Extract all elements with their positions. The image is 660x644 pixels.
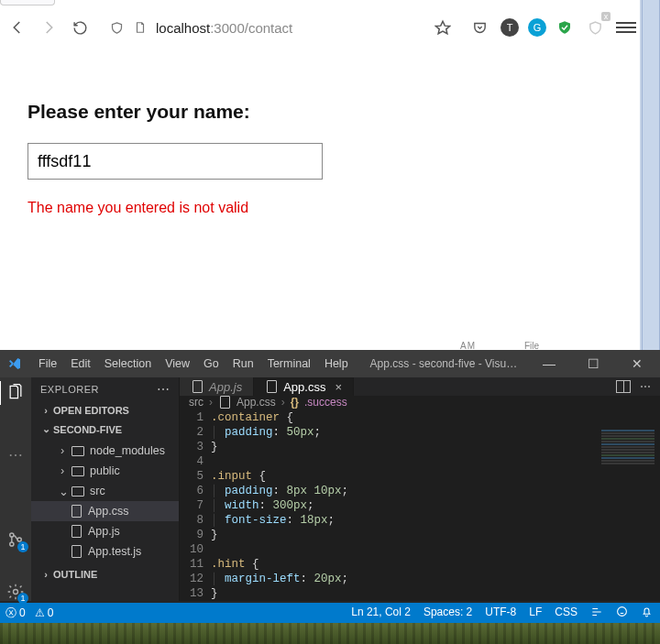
editor-area: App.js App.css× ⋯ src› App.css› {}.succe… xyxy=(180,377,660,601)
menu-go[interactable]: Go xyxy=(204,357,219,370)
status-warnings[interactable]: ⚠ 0 xyxy=(35,606,54,621)
toolbar-actions: T G xyxy=(468,16,636,39)
menu-edit[interactable]: Edit xyxy=(71,357,91,370)
folder-icon xyxy=(72,485,84,497)
tab-app-css[interactable]: App.css× xyxy=(254,377,354,396)
tree-src[interactable]: ⌄src xyxy=(31,481,179,501)
svg-point-2 xyxy=(10,542,14,546)
desktop-strip xyxy=(642,0,660,350)
url-bar[interactable]: localhost:3000/contact xyxy=(99,13,424,42)
status-bell-icon[interactable] xyxy=(641,606,653,621)
status-errors[interactable]: ⓧ 0 xyxy=(6,606,26,621)
code-content: .container { │ padding: 50px; } .input {… xyxy=(211,409,348,601)
vscode-titlebar: File Edit Selection View Go Run Terminal… xyxy=(0,350,660,377)
file-icon xyxy=(191,380,204,393)
close-window-button[interactable]: ✕ xyxy=(622,350,653,377)
desktop-background xyxy=(0,623,660,644)
pocket-button[interactable] xyxy=(468,16,491,39)
outline-section[interactable]: ›OUTLINE xyxy=(31,565,179,584)
vscode-window: File Edit Selection View Go Run Terminal… xyxy=(0,350,660,625)
back-button[interactable] xyxy=(6,16,29,39)
menu-bar: File Edit Selection View Go Run Terminal… xyxy=(35,357,348,370)
svg-point-4 xyxy=(14,589,18,594)
extension-g-icon[interactable]: G xyxy=(528,18,546,37)
status-prettier-icon[interactable] xyxy=(590,606,603,621)
code-editor[interactable]: 12345678910111213 .container { │ padding… xyxy=(180,409,660,601)
explorer-sidebar: EXPLORER ⋯ ›OPEN EDITORS ⌄SECOND-FIVE ›n… xyxy=(31,377,180,601)
maximize-button[interactable]: ☐ xyxy=(578,350,609,377)
menu-terminal[interactable]: Terminal xyxy=(268,357,311,370)
explorer-more-icon[interactable]: ⋯ xyxy=(157,382,170,397)
open-editors-section[interactable]: ›OPEN EDITORS xyxy=(31,401,179,420)
tree-public[interactable]: ›public xyxy=(31,461,179,481)
vscode-logo-icon xyxy=(7,356,22,371)
menu-view[interactable]: View xyxy=(165,357,190,370)
folder-icon xyxy=(72,444,84,457)
forward-button[interactable] xyxy=(37,16,60,39)
file-icon xyxy=(70,545,82,558)
extension-disabled-icon[interactable] xyxy=(583,16,607,39)
file-icon xyxy=(265,380,278,393)
status-bar: ⓧ 0 ⚠ 0 Ln 21, Col 2 Spaces: 2 UTF-8 LF … xyxy=(0,603,660,623)
file-icon xyxy=(70,525,82,538)
ellipsis-icon[interactable]: ⋯ xyxy=(6,446,26,465)
status-feedback-icon[interactable] xyxy=(616,606,628,621)
split-editor-icon[interactable] xyxy=(616,380,631,393)
browser-tab[interactable] xyxy=(0,0,55,5)
status-cursor[interactable]: Ln 21, Col 2 xyxy=(351,606,411,621)
status-encoding[interactable]: UTF-8 xyxy=(485,606,516,621)
line-gutter: 12345678910111213 xyxy=(180,409,211,601)
folder-icon xyxy=(72,464,84,477)
page-content: Please enter your name: The name you ent… xyxy=(28,101,612,216)
menu-file[interactable]: File xyxy=(38,357,57,370)
shield-icon xyxy=(108,21,125,35)
minimize-button[interactable]: ― xyxy=(534,350,565,377)
validation-error: The name you entered is not valid xyxy=(28,200,612,216)
svg-point-1 xyxy=(10,533,14,537)
explorer-icon[interactable] xyxy=(6,383,26,402)
url-text: localhost:3000/contact xyxy=(156,20,292,36)
css-rule-icon: {} xyxy=(291,396,299,409)
extension-t-icon[interactable]: T xyxy=(500,18,519,37)
project-section[interactable]: ⌄SECOND-FIVE xyxy=(31,420,179,439)
close-tab-icon[interactable]: × xyxy=(335,380,342,394)
breadcrumbs[interactable]: src› App.css› {}.success xyxy=(180,396,660,409)
file-icon xyxy=(218,396,231,409)
file-icon xyxy=(70,505,82,518)
tree-app-css[interactable]: App.css xyxy=(31,501,179,521)
window-title: App.css - second-five - Visual Studio ..… xyxy=(361,357,521,370)
status-spaces[interactable]: Spaces: 2 xyxy=(424,606,472,621)
more-actions-icon[interactable]: ⋯ xyxy=(640,380,651,393)
settings-gear-icon[interactable]: 1 xyxy=(6,583,26,602)
menu-selection[interactable]: Selection xyxy=(104,357,151,370)
status-eol[interactable]: LF xyxy=(529,606,542,621)
form-heading: Please enter your name: xyxy=(28,101,612,123)
menu-run[interactable]: Run xyxy=(233,357,254,370)
extension-shield-icon[interactable] xyxy=(556,18,574,37)
menu-button[interactable] xyxy=(616,22,636,33)
menu-help[interactable]: Help xyxy=(324,357,348,370)
source-control-icon[interactable]: 1 xyxy=(6,530,26,550)
bookmark-button[interactable] xyxy=(431,16,455,39)
activity-bar: ⋯ 1 1 xyxy=(0,377,31,601)
browser-window: localhost:3000/contact T G Please enter … xyxy=(0,0,642,350)
tree-node-modules[interactable]: ›node_modules xyxy=(31,441,179,461)
minimap[interactable] xyxy=(596,429,660,601)
tree-app-test-js[interactable]: App.test.js xyxy=(31,541,179,562)
tree-app-js[interactable]: App.js xyxy=(31,521,179,541)
svg-marker-0 xyxy=(436,21,450,34)
explorer-title: EXPLORER xyxy=(40,384,99,395)
status-language[interactable]: CSS xyxy=(555,606,578,621)
scm-badge: 1 xyxy=(17,541,28,552)
tab-app-js[interactable]: App.js xyxy=(180,377,254,396)
name-input[interactable] xyxy=(28,143,323,180)
page-icon xyxy=(132,21,148,34)
browser-toolbar: localhost:3000/contact T G xyxy=(0,9,642,46)
editor-tabs: App.js App.css× ⋯ xyxy=(180,377,660,396)
reload-button[interactable] xyxy=(68,16,92,39)
svg-point-5 xyxy=(618,606,627,616)
